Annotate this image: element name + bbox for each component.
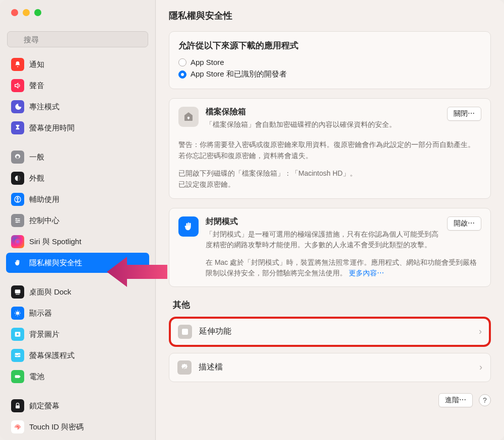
svg-point-6 (18, 220, 20, 222)
sidebar-item-label: Siri 與 Spotlight (29, 237, 81, 247)
sidebar-item-accessibility[interactable]: 輔助使用 (6, 189, 149, 209)
chevron-right-icon: › (479, 326, 482, 337)
sidebar-item-label: 螢幕保護程式 (29, 351, 75, 360)
svg-point-5 (16, 218, 17, 219)
minimize-button[interactable] (23, 9, 30, 16)
extensions-row[interactable]: 延伸功能 › (169, 317, 491, 347)
titlebar: 隱私權與安全性 (156, 0, 504, 31)
filevault-desc: 「檔案保險箱」會自動加密磁碟裡的內容以確保資料的安全。 (206, 119, 396, 130)
wallpaper-icon (11, 328, 24, 341)
search-input[interactable] (7, 31, 148, 47)
maximize-button[interactable] (34, 9, 41, 16)
badge-icon (177, 360, 192, 375)
sidebar-item-gear[interactable]: 一般 (6, 147, 149, 167)
hand-icon (178, 216, 199, 237)
svg-rect-10 (16, 294, 20, 295)
sidebar-item-fingerprint[interactable]: Touch ID 與密碼 (6, 417, 149, 437)
sidebar-item-label: 聲音 (29, 81, 44, 91)
svg-point-7 (16, 222, 18, 223)
sidebar-item-dock[interactable]: 桌面與 Dock (6, 282, 149, 302)
close-button[interactable] (11, 9, 18, 16)
sidebar-item-label: 外觀 (29, 174, 44, 183)
appearance-icon (11, 172, 24, 185)
sidebar-item-label: 隱私權與安全性 (29, 258, 82, 268)
lockdown-title: 封閉模式 (206, 216, 441, 227)
window-controls (0, 0, 155, 24)
sidebar-nav: 通知聲音專注模式螢幕使用時間一般外觀輔助使用控制中心Siri 與 Spotlig… (0, 52, 155, 440)
sidebar-item-label: 電池 (29, 372, 44, 382)
radio-app-store[interactable]: App Store (178, 56, 481, 68)
sidebar-item-display[interactable]: 顯示器 (6, 303, 149, 323)
svg-rect-16 (20, 376, 20, 378)
radio-app-store-identified[interactable]: App Store 和已識別的開發者 (178, 68, 481, 81)
siri-icon (11, 235, 24, 248)
sidebar-item-moon[interactable]: 專注模式 (6, 97, 149, 117)
house-lock-icon (178, 107, 199, 127)
sidebar-item-label: 螢幕使用時間 (29, 123, 75, 133)
sidebar-item-label: 一般 (29, 153, 44, 162)
sidebar-item-screensaver[interactable]: 螢幕保護程式 (6, 345, 149, 365)
sidebar-item-siri[interactable]: Siri 與 Spotlight (6, 232, 149, 252)
sidebar: 通知聲音專注模式螢幕使用時間一般外觀輔助使用控制中心Siri 與 Spotlig… (0, 0, 156, 440)
chevron-right-icon: › (479, 362, 482, 373)
profiles-label: 描述檔 (199, 362, 472, 373)
profiles-row[interactable]: 描述檔 › (169, 353, 491, 382)
accessibility-icon (11, 193, 24, 206)
hand-icon (11, 256, 24, 269)
sidebar-item-label: 桌面與 Dock (29, 287, 71, 297)
bell-icon (11, 58, 24, 71)
sidebar-item-lock[interactable]: 鎖定螢幕 (6, 396, 149, 416)
lockdown-more-link[interactable]: 更多內容⋯ (349, 269, 384, 277)
lockdown-toggle-button[interactable]: 開啟⋯ (447, 216, 481, 231)
other-section-title: 其他 (173, 299, 491, 311)
radio-label: App Store (191, 58, 224, 66)
svg-point-11 (16, 312, 20, 315)
sidebar-item-bell[interactable]: 通知 (6, 54, 149, 75)
moon-icon (11, 100, 24, 113)
sidebar-item-label: 顯示器 (29, 309, 52, 318)
dock-icon (11, 285, 24, 299)
sidebar-item-label: Touch ID 與密碼 (29, 422, 84, 432)
sidebar-item-appearance[interactable]: 外觀 (6, 168, 149, 188)
sidebar-item-label: 背景圖片 (29, 330, 59, 339)
svg-rect-20 (182, 329, 188, 335)
svg-point-8 (15, 239, 21, 245)
filevault-card: 檔案保險箱 「檔案保險箱」會自動加密磁碟裡的內容以確保資料的安全。 關閉⋯ 警告… (169, 98, 491, 199)
allow-apps-title: 允許從以下來源下載的應用程式 (178, 40, 481, 51)
sidebar-item-battery[interactable]: 電池 (6, 366, 149, 387)
sidebar-item-hand[interactable]: 隱私權與安全性 (6, 253, 149, 273)
radio-label: App Store 和已識別的開發者 (191, 69, 287, 79)
svg-point-13 (17, 333, 19, 335)
radio-icon (178, 58, 186, 66)
filevault-toggle-button[interactable]: 關閉⋯ (447, 107, 481, 121)
sidebar-item-hourglass[interactable]: 螢幕使用時間 (6, 118, 149, 138)
help-button[interactable]: ? (479, 394, 491, 406)
sidebar-item-label: 控制中心 (29, 216, 59, 226)
filevault-warning: 警告：你將需要登入密碼或復原密鑰來取用資料。復原密鑰會作為此設定的一部分而自動產… (178, 139, 481, 162)
filevault-status: 已開啟下列磁碟的「檔案保險箱」：「Macintosh HD」。 已設定復原密鑰。 (178, 168, 481, 190)
sidebar-item-sliders[interactable]: 控制中心 (6, 210, 149, 231)
puzzle-icon (178, 325, 192, 339)
sidebar-item-label: 鎖定螢幕 (29, 401, 59, 411)
lock-icon (11, 399, 24, 412)
sidebar-item-label: 專注模式 (29, 102, 59, 112)
battery-icon (11, 370, 24, 383)
allow-apps-card: 允許從以下來源下載的應用程式 App Store App Store 和已識別的… (169, 31, 491, 89)
extensions-label: 延伸功能 (199, 326, 472, 337)
sliders-icon (11, 214, 24, 227)
lockdown-note: 在 Mac 處於「封閉模式」時，裝置將無法照常運作。應用程式、網站和功能會受到嚴… (206, 257, 481, 278)
sidebar-item-speaker[interactable]: 聲音 (6, 76, 149, 96)
radio-icon (178, 70, 186, 79)
gear-icon (11, 151, 24, 164)
sidebar-item-wallpaper[interactable]: 背景圖片 (6, 324, 149, 344)
content-pane: 隱私權與安全性 允許從以下來源下載的應用程式 App Store App Sto… (156, 0, 504, 440)
sidebar-item-label: 通知 (29, 60, 44, 69)
hourglass-icon (11, 121, 24, 134)
advanced-button[interactable]: 進階⋯ (438, 393, 473, 407)
page-title: 隱私權與安全性 (169, 10, 232, 22)
lockdown-card: 封閉模式 「封閉模式」是一種可選用的極端保護措施，只有在你認為個人可能受到高度精… (169, 208, 491, 287)
display-icon (11, 307, 24, 320)
svg-rect-17 (16, 405, 20, 408)
sidebar-item-label: 輔助使用 (29, 195, 59, 204)
speaker-icon (11, 79, 24, 92)
